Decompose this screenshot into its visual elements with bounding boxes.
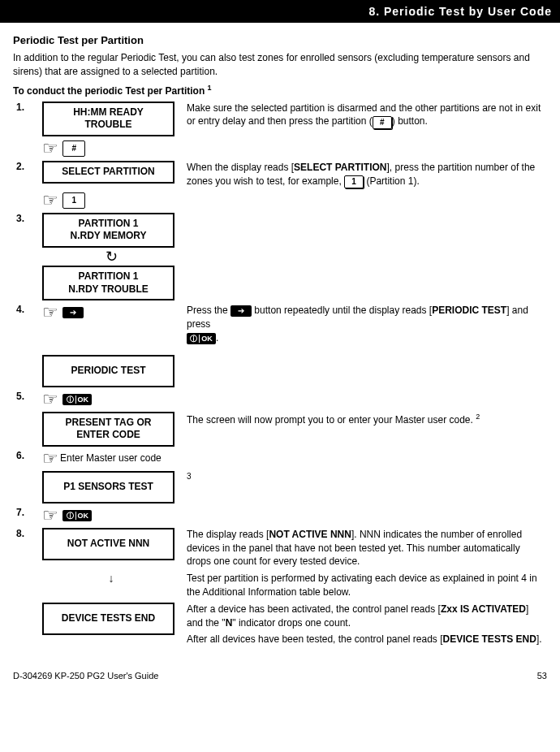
- step-8-end-row: DEVICE TESTS END After a device has been…: [13, 601, 547, 648]
- cycle-arrows-icon: ↻: [42, 248, 180, 266]
- procedure-title-text: To conduct the periodic Test per Partiti…: [13, 85, 205, 97]
- step-8-display-end: DEVICE TESTS END: [42, 603, 174, 635]
- hand-pointer-icon: ☞: [42, 391, 58, 408]
- step-4-number: 4.: [13, 302, 39, 346]
- footer-left: D-304269 KP-250 PG2 User's Guide: [13, 671, 158, 681]
- step-2-row: 2. SELECT PARTITION When the display rea…: [13, 159, 547, 190]
- step-4-desc-a: Press the: [187, 305, 230, 316]
- step-3-display-b: PARTITION 1N.RDY TROUBLE: [42, 266, 174, 300]
- down-arrow-icon: ↓: [39, 570, 183, 601]
- step-1-action-row: ☞ #: [13, 138, 547, 159]
- intro-text: In addition to the regular Periodic Test…: [13, 51, 547, 79]
- ok-key-inline-icon: ⓘOK: [187, 333, 216, 344]
- step-2-desc-c: (Partition 1).: [364, 175, 420, 187]
- ok-key-icon: ⓘOK: [62, 394, 92, 405]
- footer-page-number: 53: [537, 671, 547, 681]
- right-arrow-key-icon: ➔: [62, 307, 84, 318]
- step-5b-display: PRESENT TAG ORENTER CODE: [42, 412, 174, 447]
- step-5b-desc: The screen will now prompt you to or ent…: [183, 410, 547, 448]
- step-7-number: 7.: [13, 505, 39, 526]
- step-8-row: 8. NOT ACTIVE NNN The display reads [NOT…: [13, 526, 547, 570]
- step-4-display: PERIODIC TEST: [42, 355, 174, 387]
- chapter-header: 8. Periodic Test by User Code: [0, 0, 560, 23]
- step-4-row: 4. ☞ ➔ Press the ➔ button repeatedly unt…: [13, 302, 547, 346]
- step-1-number: 1.: [13, 100, 39, 138]
- step-6-sup: 3: [187, 472, 192, 481]
- step-8-desc-p3: After a device has been activated, the c…: [187, 603, 544, 630]
- step-6-number: 6.: [13, 448, 39, 469]
- step-6-row: 6. ☞Enter Master user code: [13, 448, 547, 469]
- hand-pointer-icon: ☞: [42, 507, 58, 525]
- step-3-display-a: PARTITION 1N.RDY MEMORY: [42, 213, 174, 248]
- step-4-desc-bold: PERIODIC TEST: [432, 305, 506, 316]
- step-4-desc: Press the ➔ button repeatedly until the …: [183, 302, 547, 346]
- section-title: Periodic Test per Partition: [13, 34, 547, 46]
- step-5-row: 5. ☞ ⓘOK: [13, 389, 547, 410]
- hand-pointer-icon: ☞: [42, 192, 58, 210]
- step-1-desc-a: Make sure the selected partition is disa…: [187, 102, 541, 127]
- ok-key-icon: ⓘOK: [62, 510, 92, 521]
- step-2-action-row: ☞ 1: [13, 190, 547, 211]
- step-1-display: HH:MM READYTROUBLE: [42, 102, 174, 136]
- step-2-desc-bold: SELECT PARTITION: [294, 162, 386, 173]
- step-8-number: 8.: [13, 526, 39, 570]
- hand-pointer-icon: ☞: [42, 140, 58, 158]
- hash-key-inline-icon: #: [373, 116, 392, 129]
- steps-table: 1. HH:MM READYTROUBLE Make sure the sele…: [13, 100, 547, 649]
- step-4-display-row: PERIODIC TEST: [13, 347, 547, 389]
- page-footer: D-304269 KP-250 PG2 User's Guide 53: [0, 666, 560, 687]
- step-5-number: 5.: [13, 389, 39, 410]
- step-2-number: 2.: [13, 159, 39, 190]
- step-3-number: 3.: [13, 211, 39, 302]
- step-5b-desc-a: The screen will now prompt you to or ent…: [187, 414, 476, 426]
- step-8-arrow-row: ↓ Test per partition is performed by act…: [13, 570, 547, 601]
- step-1-desc-b: ) button.: [392, 115, 428, 127]
- step-2-desc-a: When the display reads [: [187, 162, 294, 173]
- right-arrow-key-inline-icon: ➔: [230, 305, 252, 317]
- step-1-row: 1. HH:MM READYTROUBLE Make sure the sele…: [13, 100, 547, 138]
- step-3-row: 3. PARTITION 1N.RDY MEMORY ↻ PARTITION 1…: [13, 211, 547, 302]
- one-key-icon: 1: [62, 192, 85, 209]
- step-8-desc-p4: After all devices have been tested, the …: [187, 633, 544, 646]
- step-5b-row: PRESENT TAG ORENTER CODE The screen will…: [13, 410, 547, 448]
- step-2-desc: When the display reads [SELECT PARTITION…: [183, 159, 547, 190]
- step-6-action-text: Enter Master user code: [60, 452, 162, 464]
- hash-key-icon: #: [62, 140, 85, 157]
- step-8-display: NOT ACTIVE NNN: [42, 528, 174, 560]
- page-body: Periodic Test per Partition In addition …: [0, 23, 560, 653]
- step-7-row: 7. ☞ ⓘOK: [13, 505, 547, 526]
- step-6-display: P1 SENSORS TEST: [42, 471, 174, 503]
- step-1-desc: Make sure the selected partition is disa…: [183, 100, 547, 138]
- step-5b-sup: 2: [476, 413, 480, 421]
- procedure-title: To conduct the periodic Test per Partiti…: [13, 84, 547, 97]
- step-4-desc-b: button repeatedly until the display read…: [252, 305, 432, 316]
- step-6-display-row: P1 SENSORS TEST 3: [13, 469, 547, 505]
- step-8-desc-p1: The display reads [NOT ACTIVE NNN]. NNN …: [183, 526, 547, 570]
- step-8-desc-p2: Test per partition is performed by activ…: [183, 570, 547, 601]
- step-2-display: SELECT PARTITION: [42, 161, 174, 184]
- one-key-inline-icon: 1: [344, 175, 364, 188]
- hand-pointer-icon: ☞: [42, 304, 58, 322]
- procedure-title-sup: 1: [208, 84, 212, 92]
- hand-pointer-icon: ☞: [42, 450, 58, 468]
